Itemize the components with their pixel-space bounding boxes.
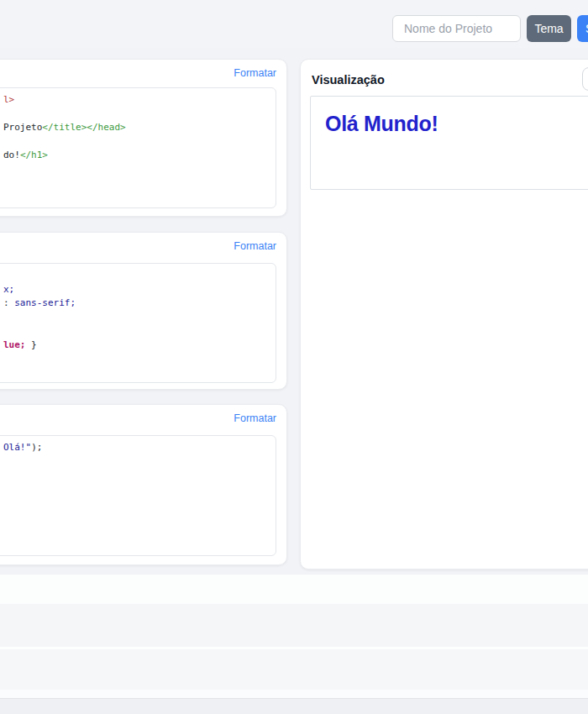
preview-frame: Olá Mundo! [310, 96, 588, 190]
format-js-button[interactable]: Formatar [234, 412, 276, 424]
preview-corner-button[interactable] [582, 67, 588, 91]
footer-stripe [0, 604, 588, 647]
preview-heading: Olá Mundo! [325, 112, 588, 136]
footer-stripe [0, 690, 588, 698]
preview-title: Visualização [312, 73, 385, 87]
footer-bar [0, 698, 588, 714]
js-code-box[interactable]: Olá!"); [0, 435, 276, 556]
theme-button[interactable]: Tema [527, 15, 571, 42]
header-bar: Tema Salvar [0, 0, 588, 48]
preview-card: Visualização Olá Mundo! [300, 59, 588, 570]
html-code-box[interactable]: l> Projeto</title></head> do!</h1> [0, 87, 276, 208]
css-editor-card: Formatar x;: sans-serif; lue; } [0, 232, 287, 390]
html-editor-card: Formatar l> Projeto</title></head> do!</… [0, 59, 287, 217]
footer-stripe [0, 575, 588, 604]
footer-stripe [0, 649, 588, 690]
app-viewport: Tema Salvar Formatar l> Projeto</title><… [0, 0, 588, 714]
js-editor-card: Formatar Olá!"); [0, 404, 287, 565]
project-name-input[interactable] [392, 15, 521, 42]
css-code-box[interactable]: x;: sans-serif; lue; } [0, 263, 276, 383]
format-html-button[interactable]: Formatar [234, 67, 276, 79]
html-code-area[interactable]: l> Projeto</title></head> do!</h1> [0, 88, 276, 168]
js-code-area[interactable]: Olá!"); [0, 436, 276, 460]
css-code-area[interactable]: x;: sans-serif; lue; } [0, 264, 276, 357]
save-button[interactable]: Salvar [577, 15, 588, 42]
format-css-button[interactable]: Formatar [234, 240, 276, 252]
